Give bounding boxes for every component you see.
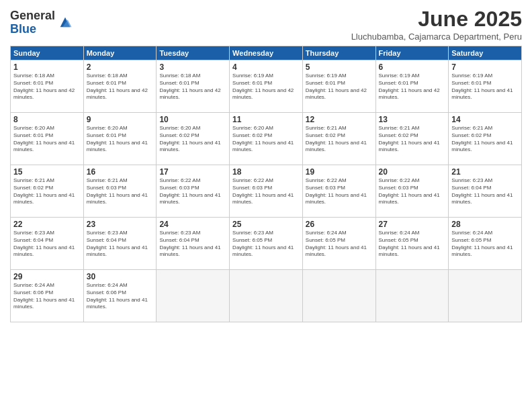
calendar-cell: 13Sunrise: 6:21 AMSunset: 6:02 PMDayligh…: [375, 113, 449, 165]
calendar-cell: [449, 270, 522, 322]
day-number: 6: [379, 62, 446, 72]
calendar-cell: 5Sunrise: 6:19 AMSunset: 6:01 PMDaylight…: [302, 60, 375, 113]
day-info: Sunrise: 6:22 AMSunset: 6:03 PMDaylight:…: [306, 177, 373, 206]
day-info: Sunrise: 6:20 AMSunset: 6:01 PMDaylight:…: [87, 125, 154, 154]
day-number: 3: [159, 62, 226, 72]
day-info: Sunrise: 6:22 AMSunset: 6:03 PMDaylight:…: [232, 177, 300, 206]
day-number: 26: [306, 220, 373, 229]
day-number: 2: [87, 62, 154, 72]
calendar-cell: 10Sunrise: 6:20 AMSunset: 6:02 PMDayligh…: [157, 113, 230, 165]
day-info: Sunrise: 6:23 AMSunset: 6:04 PMDaylight:…: [159, 230, 226, 259]
location: Lluchubamba, Cajamarca Department, Peru: [351, 32, 522, 42]
day-number: 29: [13, 272, 81, 281]
day-info: Sunrise: 6:24 AMSunset: 6:06 PMDaylight:…: [87, 282, 154, 311]
calendar-cell: 19Sunrise: 6:22 AMSunset: 6:03 PMDayligh…: [302, 165, 375, 218]
day-number: 18: [232, 167, 300, 177]
calendar-cell: 6Sunrise: 6:19 AMSunset: 6:01 PMDaylight…: [375, 60, 449, 113]
calendar-header-sunday: Sunday: [11, 46, 84, 60]
calendar-cell: 18Sunrise: 6:22 AMSunset: 6:03 PMDayligh…: [230, 165, 303, 218]
header: General Blue June 2025 Lluchubamba, Caja…: [10, 7, 522, 42]
calendar-week-5: 29Sunrise: 6:24 AMSunset: 6:06 PMDayligh…: [11, 270, 522, 322]
calendar-cell: 27Sunrise: 6:24 AMSunset: 6:05 PMDayligh…: [375, 218, 449, 270]
calendar-week-4: 22Sunrise: 6:23 AMSunset: 6:04 PMDayligh…: [11, 218, 522, 270]
day-info: Sunrise: 6:23 AMSunset: 6:04 PMDaylight:…: [13, 230, 81, 259]
logo-icon: [58, 15, 73, 30]
logo: General Blue: [10, 9, 73, 36]
calendar-cell: 15Sunrise: 6:21 AMSunset: 6:02 PMDayligh…: [11, 165, 84, 218]
day-number: 7: [451, 62, 519, 72]
day-number: 25: [232, 220, 300, 229]
day-info: Sunrise: 6:24 AMSunset: 6:06 PMDaylight:…: [13, 282, 81, 311]
calendar-cell: 23Sunrise: 6:23 AMSunset: 6:04 PMDayligh…: [83, 218, 157, 270]
day-number: 9: [87, 115, 154, 124]
day-info: Sunrise: 6:18 AMSunset: 6:01 PMDaylight:…: [87, 73, 154, 101]
calendar-cell: 17Sunrise: 6:22 AMSunset: 6:03 PMDayligh…: [157, 165, 230, 218]
calendar-cell: 22Sunrise: 6:23 AMSunset: 6:04 PMDayligh…: [11, 218, 84, 270]
day-number: 4: [232, 62, 300, 72]
day-number: 27: [379, 220, 446, 229]
calendar-cell: 2Sunrise: 6:18 AMSunset: 6:01 PMDaylight…: [83, 60, 157, 113]
calendar-cell: 25Sunrise: 6:23 AMSunset: 6:05 PMDayligh…: [230, 218, 303, 270]
calendar-cell: 9Sunrise: 6:20 AMSunset: 6:01 PMDaylight…: [83, 113, 157, 165]
calendar-cell: 24Sunrise: 6:23 AMSunset: 6:04 PMDayligh…: [157, 218, 230, 270]
title-section: June 2025 Lluchubamba, Cajamarca Departm…: [351, 7, 522, 42]
calendar-header-row: SundayMondayTuesdayWednesdayThursdayFrid…: [11, 46, 522, 60]
day-info: Sunrise: 6:21 AMSunset: 6:02 PMDaylight:…: [379, 125, 446, 154]
day-info: Sunrise: 6:23 AMSunset: 6:04 PMDaylight:…: [451, 177, 519, 206]
day-info: Sunrise: 6:23 AMSunset: 6:04 PMDaylight:…: [87, 230, 154, 259]
day-info: Sunrise: 6:23 AMSunset: 6:05 PMDaylight:…: [232, 230, 300, 259]
day-info: Sunrise: 6:21 AMSunset: 6:03 PMDaylight:…: [87, 177, 154, 206]
logo-text: General Blue: [10, 9, 55, 36]
calendar-cell: 29Sunrise: 6:24 AMSunset: 6:06 PMDayligh…: [11, 270, 84, 322]
day-number: 20: [379, 167, 446, 177]
calendar-cell: 30Sunrise: 6:24 AMSunset: 6:06 PMDayligh…: [83, 270, 157, 322]
day-number: 19: [306, 167, 373, 177]
calendar-cell: 14Sunrise: 6:21 AMSunset: 6:02 PMDayligh…: [449, 113, 522, 165]
day-info: Sunrise: 6:20 AMSunset: 6:01 PMDaylight:…: [13, 125, 81, 154]
page: General Blue June 2025 Lluchubamba, Caja…: [0, 0, 532, 411]
day-info: Sunrise: 6:22 AMSunset: 6:03 PMDaylight:…: [159, 177, 226, 206]
calendar-cell: [230, 270, 303, 322]
day-info: Sunrise: 6:21 AMSunset: 6:02 PMDaylight:…: [306, 125, 373, 154]
day-info: Sunrise: 6:19 AMSunset: 6:01 PMDaylight:…: [379, 73, 446, 101]
day-number: 23: [87, 220, 154, 229]
day-info: Sunrise: 6:20 AMSunset: 6:02 PMDaylight:…: [159, 125, 226, 154]
calendar-week-1: 1Sunrise: 6:18 AMSunset: 6:01 PMDaylight…: [11, 60, 522, 113]
day-number: 10: [159, 115, 226, 124]
month-title: June 2025: [351, 7, 522, 32]
calendar-header-monday: Monday: [83, 46, 157, 60]
calendar-cell: 28Sunrise: 6:24 AMSunset: 6:05 PMDayligh…: [449, 218, 522, 270]
calendar-header-thursday: Thursday: [302, 46, 375, 60]
logo-blue: Blue: [10, 23, 55, 36]
day-number: 11: [232, 115, 300, 124]
calendar-cell: [375, 270, 449, 322]
day-info: Sunrise: 6:18 AMSunset: 6:01 PMDaylight:…: [13, 73, 81, 101]
day-number: 30: [87, 272, 154, 281]
calendar-header-saturday: Saturday: [449, 46, 522, 60]
calendar-cell: 26Sunrise: 6:24 AMSunset: 6:05 PMDayligh…: [302, 218, 375, 270]
calendar-cell: 16Sunrise: 6:21 AMSunset: 6:03 PMDayligh…: [83, 165, 157, 218]
calendar-week-2: 8Sunrise: 6:20 AMSunset: 6:01 PMDaylight…: [11, 113, 522, 165]
day-info: Sunrise: 6:19 AMSunset: 6:01 PMDaylight:…: [232, 73, 300, 101]
day-info: Sunrise: 6:24 AMSunset: 6:05 PMDaylight:…: [306, 230, 373, 259]
calendar-cell: 11Sunrise: 6:20 AMSunset: 6:02 PMDayligh…: [230, 113, 303, 165]
day-number: 28: [451, 220, 519, 229]
day-number: 15: [13, 167, 81, 177]
calendar-cell: 20Sunrise: 6:22 AMSunset: 6:03 PMDayligh…: [375, 165, 449, 218]
logo-general: General: [10, 9, 55, 23]
day-number: 1: [13, 62, 81, 72]
day-info: Sunrise: 6:24 AMSunset: 6:05 PMDaylight:…: [379, 230, 446, 259]
day-info: Sunrise: 6:19 AMSunset: 6:01 PMDaylight:…: [306, 73, 373, 101]
day-number: 24: [159, 220, 226, 229]
calendar-header-tuesday: Tuesday: [157, 46, 230, 60]
calendar-cell: [302, 270, 375, 322]
day-number: 8: [13, 115, 81, 124]
calendar-cell: 1Sunrise: 6:18 AMSunset: 6:01 PMDaylight…: [11, 60, 84, 113]
day-number: 14: [451, 115, 519, 124]
day-number: 22: [13, 220, 81, 229]
day-info: Sunrise: 6:21 AMSunset: 6:02 PMDaylight:…: [13, 177, 81, 206]
day-number: 12: [306, 115, 373, 124]
day-info: Sunrise: 6:18 AMSunset: 6:01 PMDaylight:…: [159, 73, 226, 101]
day-number: 17: [159, 167, 226, 177]
calendar-cell: 21Sunrise: 6:23 AMSunset: 6:04 PMDayligh…: [449, 165, 522, 218]
